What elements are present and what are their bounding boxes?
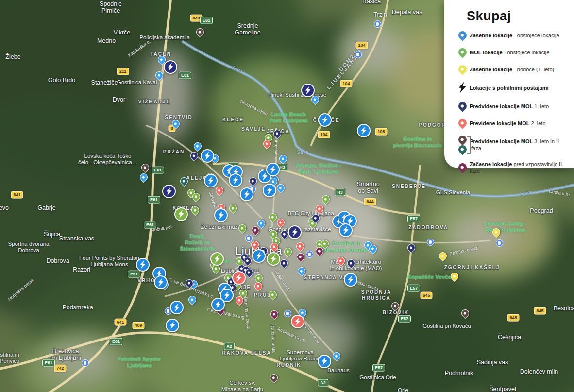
transit-station-icon[interactable] (82, 359, 89, 367)
charging-station-marker[interactable] (263, 184, 276, 197)
transit-station-icon[interactable] (306, 251, 313, 258)
charging-station-marker[interactable] (318, 355, 331, 368)
location-pin-navy[interactable] (280, 259, 288, 267)
charging-station-marker[interactable] (266, 163, 280, 176)
transit-station-icon[interactable] (355, 51, 362, 58)
charging-station-marker[interactable] (252, 249, 266, 263)
charging-station-marker[interactable] (166, 319, 179, 332)
charging-station-marker[interactable] (291, 315, 304, 328)
location-pin-green[interactable] (321, 240, 329, 248)
location-pin-green[interactable] (212, 265, 220, 273)
location-pin-red[interactable] (216, 187, 223, 194)
location-pin-navy[interactable] (190, 152, 198, 160)
location-pin-blue[interactable] (369, 245, 377, 253)
transit-station-icon[interactable] (284, 310, 291, 317)
charging-station-marker[interactable] (170, 301, 184, 314)
location-pin-red[interactable] (251, 241, 259, 249)
location-pin-green[interactable] (255, 274, 263, 282)
location-pin-red[interactable] (254, 282, 262, 290)
charging-station-marker[interactable] (211, 298, 225, 311)
location-pin-navy[interactable] (312, 214, 320, 222)
charging-station-marker[interactable] (162, 185, 176, 198)
location-pin-red[interactable] (236, 296, 243, 304)
pin-shape (234, 295, 245, 306)
location-pin-blue[interactable] (158, 56, 166, 64)
location-pin-teal[interactable] (180, 177, 188, 185)
location-pin-brown[interactable] (461, 309, 469, 317)
location-pin-maroon[interactable] (297, 253, 304, 261)
charging-station-marker[interactable] (240, 187, 253, 201)
charging-station-marker[interactable] (164, 60, 177, 74)
charging-station-marker[interactable] (154, 275, 168, 289)
location-pin-green[interactable] (269, 213, 277, 221)
location-pin-blue[interactable] (333, 352, 340, 360)
location-pin-blue[interactable] (194, 142, 202, 150)
charging-station-marker[interactable] (267, 252, 280, 266)
location-pin-blue[interactable] (298, 267, 305, 275)
charging-station-marker[interactable] (201, 149, 214, 163)
location-pin-yellow[interactable] (492, 228, 500, 236)
transit-station-icon[interactable] (374, 20, 381, 28)
charging-station-marker[interactable] (344, 273, 357, 287)
location-pin-red[interactable] (296, 242, 304, 250)
location-pin-red[interactable] (270, 243, 278, 251)
location-pin-red[interactable] (316, 205, 323, 213)
location-pin-navy[interactable] (245, 269, 253, 276)
location-pin-blue[interactable] (155, 71, 163, 79)
location-pin-maroon[interactable] (316, 247, 323, 255)
location-pin-green[interactable] (191, 206, 199, 214)
location-pin-brown[interactable] (270, 374, 278, 382)
location-pin-maroon[interactable] (252, 226, 259, 234)
charging-station-marker[interactable] (204, 174, 218, 187)
charging-station-marker[interactable] (339, 223, 353, 237)
charging-station-marker[interactable] (357, 124, 371, 137)
charging-station-marker[interactable] (232, 271, 246, 285)
location-pin-navy[interactable] (407, 244, 415, 252)
location-pin-navy[interactable] (244, 257, 252, 265)
transit-station-icon[interactable] (427, 239, 434, 246)
location-pin-red[interactable] (277, 219, 285, 226)
location-pin-brown[interactable] (141, 164, 149, 171)
pin-shape (228, 203, 239, 214)
charging-station-marker[interactable] (301, 84, 315, 97)
location-pin-green[interactable] (192, 193, 200, 201)
charging-station-marker[interactable] (288, 225, 302, 239)
charging-station-marker[interactable] (229, 173, 242, 187)
location-pin-green[interactable] (238, 224, 246, 232)
location-pin-green[interactable] (322, 195, 330, 203)
charging-station-marker[interactable] (210, 252, 224, 266)
pin-shape (138, 172, 150, 183)
location-pin-blue[interactable] (277, 184, 285, 192)
charging-station-marker[interactable] (214, 208, 228, 222)
location-pin-green[interactable] (229, 205, 237, 212)
location-pin-blue[interactable] (172, 120, 180, 128)
location-pin-navy[interactable] (273, 130, 281, 137)
legend-item-label: MOL lokacije - obstoječe lokacije (470, 50, 549, 56)
pin-shape (189, 151, 200, 162)
legend-item-label: Lokacije s polnilnimi postajami (470, 85, 549, 92)
location-pin-green[interactable] (269, 291, 277, 299)
charging-station-marker[interactable] (174, 207, 188, 221)
location-pin-blue[interactable] (279, 155, 287, 163)
location-pin-brown[interactable] (391, 302, 399, 310)
location-pin-red[interactable] (337, 257, 345, 265)
pin-shape (275, 217, 287, 228)
pin-shape (179, 176, 190, 187)
location-pin-blue[interactable] (311, 96, 319, 103)
location-pin-yellow[interactable] (439, 252, 447, 260)
location-pin-red[interactable] (263, 140, 271, 148)
location-pin-green[interactable] (284, 248, 292, 256)
location-pin-navy[interactable] (249, 177, 257, 185)
transit-station-icon[interactable] (496, 239, 503, 247)
location-pin-yellow[interactable] (451, 273, 458, 280)
charging-station-marker[interactable] (136, 258, 150, 272)
location-pin-navy[interactable] (347, 259, 355, 267)
location-pin-maroon[interactable] (270, 310, 278, 318)
location-pin-blue[interactable] (140, 173, 148, 181)
map[interactable]: SpodnjePirničeVikrčeMednoŽlebeGolo BrdoS… (0, 0, 574, 392)
location-pin-blue[interactable] (188, 296, 196, 304)
location-pin-navy[interactable] (281, 230, 288, 238)
charging-station-marker[interactable] (318, 113, 332, 127)
location-pin-brown[interactable] (196, 28, 204, 36)
location-pin-navy[interactable] (186, 279, 193, 287)
